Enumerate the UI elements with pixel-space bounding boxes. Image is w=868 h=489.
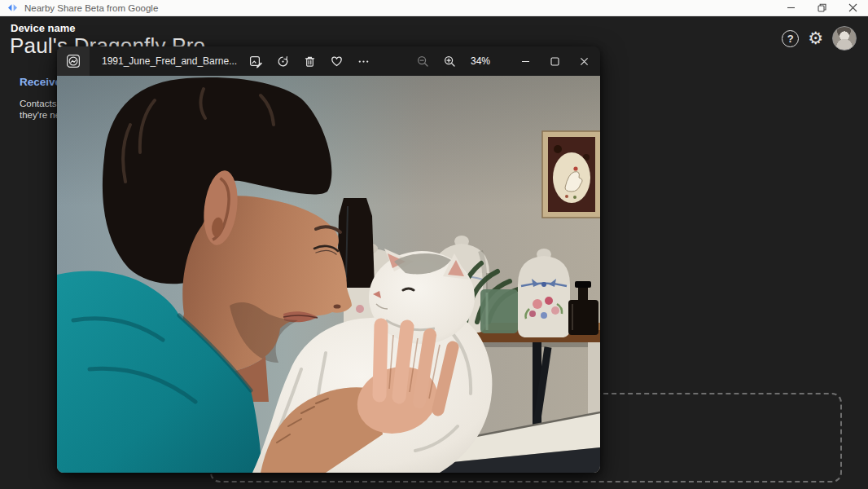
photo-image[interactable] <box>57 76 600 473</box>
receive-heading[interactable]: Receive <box>20 76 61 88</box>
device-name-label: Device name <box>11 22 76 34</box>
edit-image-icon[interactable] <box>243 46 270 76</box>
photo-minimize-button[interactable] <box>511 46 540 76</box>
photo-close-button[interactable] <box>569 46 598 76</box>
restore-button[interactable] <box>806 0 837 15</box>
close-button[interactable] <box>837 0 868 15</box>
app-header-icons: ? ⚙ <box>782 26 857 51</box>
zoom-in-icon[interactable] <box>436 46 463 76</box>
settings-gear-icon[interactable]: ⚙ <box>808 29 823 46</box>
nearby-share-logo-icon <box>7 3 18 12</box>
photo-viewer-window: 1991_June_Fred_and_Barne... <box>57 46 600 473</box>
user-avatar[interactable] <box>832 26 857 51</box>
minimize-button[interactable] <box>775 0 806 15</box>
delete-icon[interactable] <box>296 46 323 76</box>
zoom-out-icon[interactable] <box>410 46 436 76</box>
rotate-icon[interactable] <box>270 46 296 76</box>
window-controls <box>775 0 868 15</box>
favorite-heart-icon[interactable] <box>323 46 350 76</box>
photos-app-icon <box>57 46 90 76</box>
window-title: Nearby Share Beta from Google <box>24 3 158 13</box>
photo-maximize-button[interactable] <box>540 46 569 76</box>
photo-toolbar <box>243 46 377 76</box>
zoom-percent: 34% <box>462 46 498 76</box>
zoom-controls <box>410 46 463 76</box>
system-titlebar: Nearby Share Beta from Google <box>0 0 868 16</box>
help-icon[interactable]: ? <box>782 30 799 47</box>
photo-filename: 1991_June_Fred_and_Barne... <box>102 55 237 67</box>
photo-window-controls <box>511 46 598 76</box>
photo-viewer-titlebar: 1991_June_Fred_and_Barne... <box>57 46 600 76</box>
see-more-icon[interactable] <box>350 46 377 76</box>
